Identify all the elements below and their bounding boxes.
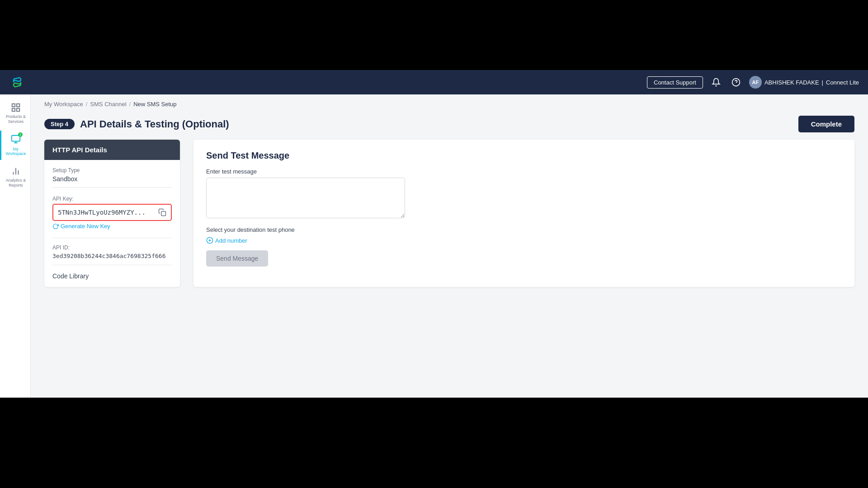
api-key-label: API Key: [52, 196, 172, 202]
sidebar-item-products-services[interactable]: Products &Services [0, 99, 30, 128]
divider-1 [52, 238, 172, 238]
page-title-row: Step 4 API Details & Testing (Optional) [44, 118, 229, 130]
workspace-badge: 1 [18, 132, 23, 137]
api-key-wrapper: 5TNn3JHwTLyoUz96MYZY... [52, 204, 172, 221]
copy-icon [158, 208, 166, 216]
grid-icon [11, 103, 21, 113]
breadcrumb-new-sms-setup: New SMS Setup [133, 101, 176, 108]
api-id-value: 3ed39208b36244c3846ac7698325f666 [52, 253, 172, 265]
api-key-field: API Key: 5TNn3JHwTLyoUz96MYZY... [52, 196, 172, 230]
api-id-section: API ID: 3ed39208b36244c3846ac7698325f666 [52, 244, 172, 265]
test-message-textarea[interactable] [206, 178, 405, 218]
plus-circle-icon [206, 237, 213, 244]
code-library-label: Code Library [52, 272, 172, 280]
setup-type-value: Sandbox [52, 175, 172, 188]
app-header: Contact Support AF ABHISHEK FADAKE | Con… [0, 70, 868, 94]
page-title: API Details & Testing (Optional) [80, 118, 229, 130]
destination-label: Select your destination test phone [206, 226, 842, 233]
left-column: HTTP API Details Setup Type Sandbox API … [44, 140, 180, 287]
api-id-label: API ID: [52, 244, 172, 251]
svg-rect-3 [17, 104, 19, 107]
send-message-button[interactable]: Send Message [206, 250, 268, 267]
add-number-label: Add number [215, 237, 247, 244]
sidebar-item-analytics[interactable]: Analytics &Reports [0, 163, 30, 192]
breadcrumb-my-workspace[interactable]: My Workspace [44, 101, 83, 108]
analytics-icon [11, 166, 21, 176]
logo-container [9, 74, 25, 90]
sidebar-item-my-workspace[interactable]: 1 MyWorkspace [0, 131, 30, 160]
setup-type-field: Setup Type Sandbox [52, 167, 172, 188]
user-plan: Connect Lite [826, 79, 859, 86]
avatar: AF [749, 76, 762, 89]
main-layout: Products &Services 1 MyWorkspace Analyti… [0, 94, 868, 398]
api-card-header: HTTP API Details [44, 140, 180, 160]
copy-api-key-button[interactable] [158, 208, 166, 216]
question-icon [731, 78, 741, 87]
top-black-bar [0, 0, 868, 70]
svg-rect-5 [17, 108, 19, 111]
send-test-message-title: Send Test Message [206, 150, 842, 161]
generate-key-label: Generate New Key [61, 223, 110, 230]
infinity-logo-icon [9, 74, 25, 90]
svg-rect-4 [12, 108, 15, 111]
breadcrumb-sep-2: / [129, 101, 131, 108]
help-button[interactable] [729, 75, 743, 89]
complete-button[interactable]: Complete [798, 116, 854, 132]
step-badge: Step 4 [44, 119, 75, 129]
sidebar-label-workspace: MyWorkspace [6, 147, 26, 157]
breadcrumb-sms-channel[interactable]: SMS Channel [90, 101, 126, 108]
right-column: Send Test Message Enter test message Sel… [193, 140, 854, 287]
workspace-badge-container: 1 [11, 134, 21, 145]
header-right: Contact Support AF ABHISHEK FADAKE | Con… [647, 75, 859, 89]
sidebar: Products &Services 1 MyWorkspace Analyti… [0, 94, 31, 398]
bell-icon [712, 78, 721, 87]
generate-new-key-link[interactable]: Generate New Key [52, 223, 172, 230]
sidebar-label-analytics: Analytics &Reports [6, 178, 26, 188]
api-card-body: Setup Type Sandbox API Key: 5TNn3JHwTLyo… [44, 160, 180, 287]
breadcrumb: My Workspace / SMS Channel / New SMS Set… [31, 94, 868, 112]
user-info: AF ABHISHEK FADAKE | Connect Lite [749, 76, 859, 89]
breadcrumb-sep-1: / [86, 101, 88, 108]
svg-rect-2 [12, 104, 15, 107]
setup-type-label: Setup Type [52, 167, 172, 174]
contact-support-button[interactable]: Contact Support [647, 76, 703, 89]
enter-message-label: Enter test message [206, 168, 842, 175]
notifications-button[interactable] [709, 75, 723, 89]
svg-rect-12 [161, 211, 166, 216]
sidebar-label-products: Products &Services [6, 114, 26, 124]
api-details-card: HTTP API Details Setup Type Sandbox API … [44, 140, 180, 287]
two-col-layout: HTTP API Details Setup Type Sandbox API … [31, 140, 868, 300]
bottom-black-bar [0, 398, 868, 488]
content-area: My Workspace / SMS Channel / New SMS Set… [31, 94, 868, 398]
user-plan-separator: | [822, 79, 823, 86]
refresh-icon [52, 223, 59, 230]
page-header-row: Step 4 API Details & Testing (Optional) … [31, 112, 868, 140]
add-number-link[interactable]: Add number [206, 237, 842, 244]
user-name: ABHISHEK FADAKE [764, 79, 819, 86]
api-key-value: 5TNn3JHwTLyoUz96MYZY... [58, 209, 155, 216]
